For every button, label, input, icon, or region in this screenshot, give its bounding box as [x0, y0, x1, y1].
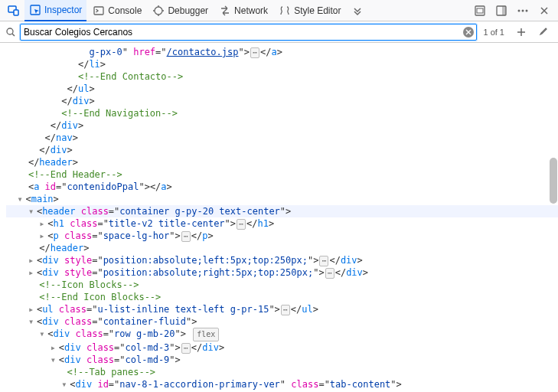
code-line[interactable]: <!--End Header-->: [6, 168, 558, 181]
expand-twisty[interactable]: ▸: [51, 341, 58, 354]
svg-point-4: [155, 7, 162, 15]
svg-rect-8: [502, 6, 506, 15]
expand-twisty[interactable]: ▾: [17, 193, 24, 205]
inspector-searchbar: 1 of 1: [0, 21, 558, 43]
code-line[interactable]: ▾<div class="container-fluid">: [6, 315, 558, 328]
ellipsis-icon[interactable]: ⋯: [319, 256, 328, 266]
code-line[interactable]: </header>: [6, 156, 558, 168]
code-line[interactable]: </li>: [6, 58, 558, 70]
code-line[interactable]: <!--End Icon Blocks-->: [6, 291, 558, 303]
expand-twisty[interactable]: ▾: [28, 315, 36, 328]
expand-twisty[interactable]: ▾: [51, 354, 58, 366]
svg-point-10: [522, 9, 524, 11]
eyedropper-button[interactable]: [534, 23, 552, 41]
ellipsis-icon[interactable]: ⋯: [181, 231, 191, 242]
close-devtools-button[interactable]: [535, 2, 553, 20]
svg-point-11: [526, 9, 528, 11]
ellipsis-icon[interactable]: ⋯: [250, 47, 259, 58]
search-match-count: 1 of 1: [483, 28, 504, 37]
code-line[interactable]: ▸<div style="position:absolute;right:5px…: [6, 266, 558, 279]
code-line[interactable]: <!--End Navigation-->: [6, 107, 558, 119]
svg-point-12: [7, 28, 13, 34]
code-line[interactable]: </ul>: [6, 83, 558, 95]
code-line[interactable]: ▸<ul class="u-list-inline text-left g-pr…: [6, 303, 558, 315]
overflow-tabs-button[interactable]: [348, 2, 367, 20]
code-line[interactable]: </div>: [6, 95, 558, 107]
tab-inspector[interactable]: Inspector: [24, 0, 86, 21]
tab-style-editor[interactable]: Style Editor: [274, 2, 345, 20]
more-button[interactable]: [514, 2, 532, 20]
code-line[interactable]: <!--Icon Blocks-->: [6, 279, 558, 291]
inspector-icon: [29, 4, 41, 16]
expand-twisty[interactable]: ▾: [39, 328, 47, 340]
search-input[interactable]: [20, 24, 477, 41]
code-line[interactable]: ▸<p class="space-lg-hor">⋯</p>: [6, 230, 558, 242]
console-icon: [93, 5, 105, 17]
expand-twisty[interactable]: ▸: [28, 303, 36, 315]
expand-twisty[interactable]: ▸: [39, 217, 47, 230]
code-line[interactable]: ▾<div id="nav-8-1-accordion-primary-ver"…: [6, 378, 558, 390]
ellipsis-icon[interactable]: ⋯: [237, 219, 246, 230]
devtools-toolbar: Inspector Console Debugger Network Style…: [0, 0, 558, 21]
dock-button[interactable]: [492, 2, 511, 20]
markup-panel[interactable]: g-px-0" href="/contacto.jsp">⋯</a> </li>…: [0, 43, 558, 392]
code-line[interactable]: <!--End Contacto-->: [6, 70, 558, 83]
tab-label: Console: [108, 5, 142, 16]
ellipsis-icon[interactable]: ⋯: [325, 268, 334, 279]
code-line[interactable]: ▾<div class="row g-mb-20"> flex: [6, 328, 558, 341]
code-line[interactable]: g-px-0" href="/contacto.jsp">⋯</a>: [6, 46, 558, 58]
tab-debugger[interactable]: Debugger: [148, 2, 213, 20]
code-line[interactable]: ▾<header class="container g-py-20 text-c…: [6, 205, 558, 217]
add-node-button[interactable]: [512, 23, 530, 41]
tab-label: Inspector: [44, 5, 82, 15]
tab-label: Debugger: [168, 5, 208, 16]
code-line[interactable]: ▸<div class="col-md-3">⋯</div>: [6, 341, 558, 354]
responsive-mode-button[interactable]: [5, 2, 23, 20]
scrollbar-thumb[interactable]: [550, 158, 557, 204]
svg-rect-1: [14, 10, 18, 15]
code-line[interactable]: </div>: [6, 144, 558, 156]
code-line[interactable]: </header>: [6, 242, 558, 254]
code-line[interactable]: ▾<div class="col-md-9">: [6, 354, 558, 366]
tab-console[interactable]: Console: [88, 2, 146, 20]
expand-twisty[interactable]: ▾: [61, 378, 69, 390]
tab-label: Network: [234, 5, 268, 16]
tab-network[interactable]: Network: [214, 2, 272, 20]
tab-label: Style Editor: [294, 5, 341, 16]
search-icon: [5, 26, 17, 38]
svg-rect-6: [477, 8, 483, 13]
code-line[interactable]: <!--Tab panes-->: [6, 366, 558, 378]
code-line[interactable]: ▸<h1 class="title-v2 title-center">⋯</h1…: [6, 217, 558, 230]
expand-twisty[interactable]: ▸: [28, 266, 36, 279]
ellipsis-icon[interactable]: ⋯: [281, 305, 290, 315]
svg-point-9: [518, 9, 520, 11]
debugger-icon: [152, 5, 165, 17]
network-icon: [219, 5, 231, 17]
style-editor-icon: [279, 5, 291, 17]
code-line[interactable]: ▾<main>: [6, 193, 558, 205]
clear-search-button[interactable]: [463, 27, 474, 38]
code-line[interactable]: ▸<div style="position:absolute;left:5px;…: [6, 254, 558, 266]
iframe-picker-button[interactable]: [471, 2, 489, 20]
ellipsis-icon[interactable]: ⋯: [181, 343, 191, 354]
expand-twisty[interactable]: ▸: [28, 254, 36, 266]
code-line[interactable]: </nav>: [6, 132, 558, 144]
expand-twisty[interactable]: ▾: [28, 205, 36, 217]
expand-twisty[interactable]: ▸: [39, 230, 47, 242]
code-line[interactable]: </div>: [6, 119, 558, 132]
code-line[interactable]: <a id="contenidoPpal"></a>: [6, 181, 558, 193]
flex-badge[interactable]: flex: [193, 328, 219, 341]
